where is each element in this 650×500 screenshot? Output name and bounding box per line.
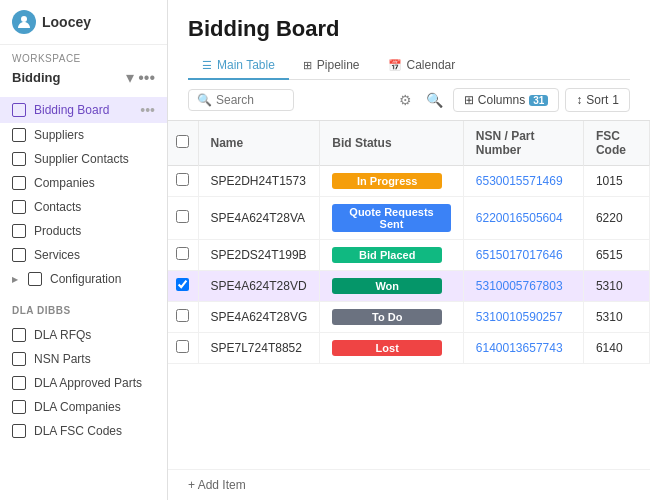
- select-all-header[interactable]: [168, 121, 198, 166]
- cell-nsn-2[interactable]: 6220016505604: [463, 197, 583, 240]
- sort-count: 1: [612, 93, 619, 107]
- nav-label-nsn-parts: NSN Parts: [34, 352, 155, 366]
- nsn-link-4[interactable]: 5310005767803: [476, 279, 563, 293]
- tab-pipeline[interactable]: ⊞Pipeline: [289, 52, 374, 80]
- status-badge-6: Lost: [332, 340, 442, 356]
- table-row: SPE4A624T28VG To Do 5310010590257 5310: [168, 302, 650, 333]
- tab-calendar[interactable]: 📅Calendar: [374, 52, 470, 80]
- data-table: Name Bid Status NSN / Part Number FSC Co…: [168, 121, 650, 364]
- row-checkbox-1[interactable]: [168, 166, 198, 197]
- columns-label: Columns: [478, 93, 525, 107]
- cell-status-5: To Do: [320, 302, 464, 333]
- nsn-link-1[interactable]: 6530015571469: [476, 174, 563, 188]
- cell-fsc-2: 6220: [583, 197, 649, 240]
- checkbox-2[interactable]: [176, 210, 189, 223]
- row-checkbox-5[interactable]: [168, 302, 198, 333]
- tab-bar: ☰Main Table⊞Pipeline📅Calendar: [188, 52, 630, 80]
- cell-fsc-4: 5310: [583, 271, 649, 302]
- table-row: SPE7L724T8852 Lost 6140013657743 6140: [168, 333, 650, 364]
- nav-label-contacts: Contacts: [34, 200, 155, 214]
- workspace-actions[interactable]: ▾ •••: [126, 68, 155, 87]
- sidebar: Loocey Workspace Bidding ▾ ••• Bidding B…: [0, 0, 168, 500]
- sidebar-item-dla-fsc-codes[interactable]: DLA FSC Codes: [0, 419, 167, 443]
- sidebar-item-dla-companies[interactable]: DLA Companies: [0, 395, 167, 419]
- cell-name-5: SPE4A624T28VG: [198, 302, 320, 333]
- nav-icon-dla-rfqs: [12, 328, 26, 342]
- checkbox-5[interactable]: [176, 309, 189, 322]
- filter-icon[interactable]: ⚙: [395, 88, 416, 112]
- sidebar-item-dla-approved-parts[interactable]: DLA Approved Parts: [0, 371, 167, 395]
- sidebar-item-supplier-contacts[interactable]: Supplier Contacts: [0, 147, 167, 171]
- cell-status-6: Lost: [320, 333, 464, 364]
- col-name: Name: [198, 121, 320, 166]
- nav-label-suppliers: Suppliers: [34, 128, 155, 142]
- nav-icon-dla-companies: [12, 400, 26, 414]
- cell-status-2: Quote Requests Sent: [320, 197, 464, 240]
- status-badge-1: In Progress: [332, 173, 442, 189]
- nav-label-dla-companies: DLA Companies: [34, 400, 155, 414]
- sidebar-item-products[interactable]: Products: [0, 219, 167, 243]
- checkbox-3[interactable]: [176, 247, 189, 260]
- cell-fsc-6: 6140: [583, 333, 649, 364]
- checkbox-4[interactable]: [176, 278, 189, 291]
- nav-icon-dla-approved-parts: [12, 376, 26, 390]
- cell-nsn-1[interactable]: 6530015571469: [463, 166, 583, 197]
- row-checkbox-6[interactable]: [168, 333, 198, 364]
- sidebar-item-bidding-board[interactable]: Bidding Board •••: [0, 97, 167, 123]
- cell-nsn-3[interactable]: 6515017017646: [463, 240, 583, 271]
- columns-count: 31: [529, 95, 548, 106]
- sidebar-item-companies[interactable]: Companies: [0, 171, 167, 195]
- cell-name-2: SPE4A624T28VA: [198, 197, 320, 240]
- sidebar-item-dla-rfqs[interactable]: DLA RFQs: [0, 323, 167, 347]
- cell-nsn-6[interactable]: 6140013657743: [463, 333, 583, 364]
- search-input[interactable]: [216, 93, 285, 107]
- nav-section-group: DLA RFQs NSN Parts DLA Approved Parts DL…: [0, 319, 167, 447]
- row-checkbox-4[interactable]: [168, 271, 198, 302]
- sidebar-item-configuration[interactable]: Configuration: [0, 267, 167, 291]
- cell-fsc-5: 5310: [583, 302, 649, 333]
- nsn-link-5[interactable]: 5310010590257: [476, 310, 563, 324]
- cell-name-1: SPE2DH24T1573: [198, 166, 320, 197]
- nav-icon-services: [12, 248, 26, 262]
- select-all-checkbox[interactable]: [176, 135, 189, 148]
- nsn-link-3[interactable]: 6515017017646: [476, 248, 563, 262]
- checkbox-6[interactable]: [176, 340, 189, 353]
- table-body: SPE2DH24T1573 In Progress 6530015571469 …: [168, 166, 650, 364]
- row-checkbox-2[interactable]: [168, 197, 198, 240]
- sidebar-item-nsn-parts[interactable]: NSN Parts: [0, 347, 167, 371]
- search-box[interactable]: 🔍: [188, 89, 294, 111]
- tab-main-table[interactable]: ☰Main Table: [188, 52, 289, 80]
- nav-dots[interactable]: •••: [140, 102, 155, 118]
- status-badge-3: Bid Placed: [332, 247, 442, 263]
- sidebar-item-services[interactable]: Services: [0, 243, 167, 267]
- table-wrapper: Name Bid Status NSN / Part Number FSC Co…: [168, 121, 650, 469]
- add-item-button[interactable]: + Add Item: [168, 469, 650, 500]
- logo-icon: [12, 10, 36, 34]
- nav-label-companies: Companies: [34, 176, 155, 190]
- cell-nsn-5[interactable]: 5310010590257: [463, 302, 583, 333]
- checkbox-1[interactable]: [176, 173, 189, 186]
- sort-label: Sort: [586, 93, 608, 107]
- sidebar-item-suppliers[interactable]: Suppliers: [0, 123, 167, 147]
- nav-label-services: Services: [34, 248, 155, 262]
- page-title: Bidding Board: [188, 16, 630, 42]
- search-icon-alt[interactable]: 🔍: [422, 88, 447, 112]
- nav-icon-contacts: [12, 200, 26, 214]
- nsn-link-6[interactable]: 6140013657743: [476, 341, 563, 355]
- svg-point-0: [21, 16, 27, 22]
- tab-label-calendar: Calendar: [407, 58, 456, 72]
- cell-nsn-4[interactable]: 5310005767803: [463, 271, 583, 302]
- status-badge-5: To Do: [332, 309, 442, 325]
- nav-icon-suppliers: [12, 128, 26, 142]
- row-checkbox-3[interactable]: [168, 240, 198, 271]
- sidebar-item-contacts[interactable]: Contacts: [0, 195, 167, 219]
- tab-icon-main-table: ☰: [202, 59, 212, 72]
- columns-button[interactable]: ⊞ Columns 31: [453, 88, 559, 112]
- tab-label-pipeline: Pipeline: [317, 58, 360, 72]
- sort-button[interactable]: ↕ Sort 1: [565, 88, 630, 112]
- table-row: SPE2DH24T1573 In Progress 6530015571469 …: [168, 166, 650, 197]
- nsn-link-2[interactable]: 6220016505604: [476, 211, 563, 225]
- search-icon: 🔍: [197, 93, 212, 107]
- nav-label-bidding-board: Bidding Board: [34, 103, 132, 117]
- app-name: Loocey: [42, 14, 91, 30]
